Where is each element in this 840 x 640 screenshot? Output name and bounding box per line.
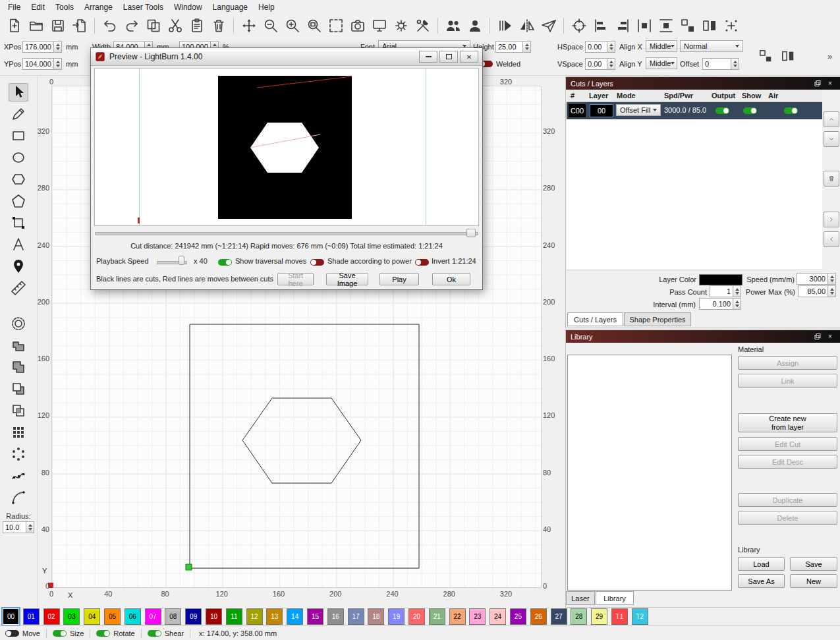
preview-monitor-button[interactable]: [369, 16, 389, 36]
menu-arrange[interactable]: Arrange: [79, 1, 118, 14]
menu-tools[interactable]: Tools: [50, 1, 79, 14]
copy-button[interactable]: [143, 16, 163, 36]
palette-swatch-16[interactable]: 16: [327, 608, 344, 625]
palette-swatch-23[interactable]: 23: [469, 608, 486, 625]
redo-button[interactable]: [121, 16, 142, 36]
text-layout-button[interactable]: [777, 46, 798, 66]
ellipse-tool-button[interactable]: [9, 148, 28, 167]
layer-right-button[interactable]: [824, 212, 839, 227]
air-toggle[interactable]: [784, 107, 798, 114]
alignx-combo[interactable]: Middle: [646, 40, 677, 52]
delete-button[interactable]: [208, 16, 229, 36]
float-panel-icon[interactable]: [812, 332, 823, 341]
close-panel-icon[interactable]: ×: [825, 79, 835, 88]
play-button[interactable]: Play: [379, 273, 419, 285]
arc-tool-button[interactable]: [9, 488, 28, 507]
save-button[interactable]: Save: [790, 557, 837, 571]
menu-window[interactable]: Window: [169, 1, 208, 14]
position-laser-button[interactable]: [9, 257, 28, 276]
ypos-field[interactable]: 104.000: [22, 58, 62, 70]
menu-laser-tools[interactable]: Laser Tools: [118, 1, 169, 14]
palette-swatch-20[interactable]: 20: [408, 608, 425, 625]
minimize-icon[interactable]: [419, 51, 437, 63]
device-settings-button[interactable]: [391, 16, 411, 36]
palette-swatch-05[interactable]: 05: [104, 608, 121, 625]
offset-shapes-button[interactable]: [9, 314, 28, 333]
size-toggle[interactable]: [53, 630, 67, 637]
dialog-titlebar[interactable]: Preview - LightBurn 1.4.00 ✕: [91, 48, 482, 66]
float-panel-icon[interactable]: [812, 79, 823, 88]
layer-up-button[interactable]: [824, 111, 839, 127]
align-right-button[interactable]: [612, 16, 632, 36]
select-tool-button[interactable]: [9, 83, 28, 102]
layer-color-swatch[interactable]: 00: [590, 104, 613, 117]
palette-swatch-26[interactable]: 26: [530, 608, 547, 625]
palette-swatch-14[interactable]: 14: [287, 608, 303, 625]
create-new-from-layer-button[interactable]: Create new from layer: [738, 413, 837, 432]
close-icon[interactable]: ✕: [460, 51, 478, 63]
users-button[interactable]: [443, 16, 463, 36]
palette-swatch-12[interactable]: 12: [246, 608, 263, 625]
palette-swatch-03[interactable]: 03: [63, 608, 80, 625]
frame-tool-button[interactable]: [9, 214, 28, 232]
palette-swatch-T2[interactable]: T2: [632, 608, 648, 625]
new-file-button[interactable]: [4, 16, 24, 36]
hspace-field[interactable]: 0.00: [585, 41, 615, 53]
distribute-h-button[interactable]: [634, 16, 654, 36]
palette-swatch-11[interactable]: 11: [226, 608, 242, 625]
palette-swatch-T1[interactable]: T1: [611, 608, 628, 625]
menu-help[interactable]: Help: [253, 1, 280, 14]
save-button[interactable]: [47, 16, 68, 36]
playback-slider-handle[interactable]: [179, 256, 184, 265]
ok-button[interactable]: Ok: [432, 273, 470, 285]
palette-swatch-07[interactable]: 07: [145, 608, 161, 625]
zoom-out-button[interactable]: [260, 16, 281, 36]
boolean-subtract-button[interactable]: [9, 380, 28, 398]
layer-down-button[interactable]: [824, 131, 839, 147]
timeline-slider-handle[interactable]: [466, 229, 476, 237]
layer-mode-combo[interactable]: Offset Fill: [616, 104, 661, 116]
link-button[interactable]: Link: [738, 374, 837, 388]
palette-swatch-29[interactable]: 29: [591, 608, 607, 625]
shade-toggle[interactable]: [310, 259, 324, 266]
layer-delete-button[interactable]: [824, 171, 839, 187]
vspace-field[interactable]: 0.00: [585, 58, 615, 70]
capture-button[interactable]: [347, 16, 368, 36]
timeline-slider-track[interactable]: [95, 232, 478, 235]
start-job-button[interactable]: [495, 16, 515, 36]
align-left-button[interactable]: [590, 16, 611, 36]
palette-swatch-02[interactable]: 02: [43, 608, 60, 625]
zoom-selection-button[interactable]: [304, 16, 324, 36]
speed-field[interactable]: 3000: [797, 273, 836, 285]
import-button[interactable]: [69, 16, 90, 36]
invert-toggle[interactable]: [415, 259, 429, 266]
tab-cuts-layers[interactable]: Cuts / Layers: [567, 312, 623, 326]
palette-swatch-28[interactable]: 28: [571, 608, 587, 625]
drawing-hexagon[interactable]: [242, 398, 361, 483]
load-button[interactable]: Load: [738, 557, 785, 571]
frame-selection-button[interactable]: [325, 16, 346, 36]
aligny-combo[interactable]: Middle: [646, 57, 677, 69]
rectangle-tool-button[interactable]: [9, 127, 28, 145]
zoom-in-button[interactable]: [282, 16, 302, 36]
palette-swatch-21[interactable]: 21: [429, 608, 445, 625]
mirror-button[interactable]: [517, 16, 537, 36]
general-settings-button[interactable]: [412, 16, 433, 36]
tab-library[interactable]: Library: [596, 591, 634, 605]
rotate-toggle[interactable]: [96, 630, 110, 637]
circular-array-button[interactable]: [9, 445, 28, 463]
maximize-icon[interactable]: [439, 51, 458, 63]
save-image-button[interactable]: Save Image: [326, 273, 368, 285]
palette-swatch-06[interactable]: 06: [125, 608, 141, 625]
palette-swatch-27[interactable]: 27: [551, 608, 567, 625]
delete-button[interactable]: Delete: [738, 511, 837, 525]
edit-nodes-button[interactable]: [9, 192, 28, 210]
palette-swatch-13[interactable]: 13: [266, 608, 283, 625]
boolean-union-button[interactable]: [9, 358, 28, 376]
layer-row[interactable]: C00 00 Offset Fill 3000.0 / 85.0: [567, 102, 822, 119]
user-button[interactable]: [464, 16, 485, 36]
align-tools-button[interactable]: [755, 46, 775, 66]
interval-field[interactable]: 0.100: [699, 298, 741, 310]
radius-field[interactable]: 10.0: [3, 521, 34, 533]
assign-button[interactable]: Assign: [738, 356, 837, 370]
